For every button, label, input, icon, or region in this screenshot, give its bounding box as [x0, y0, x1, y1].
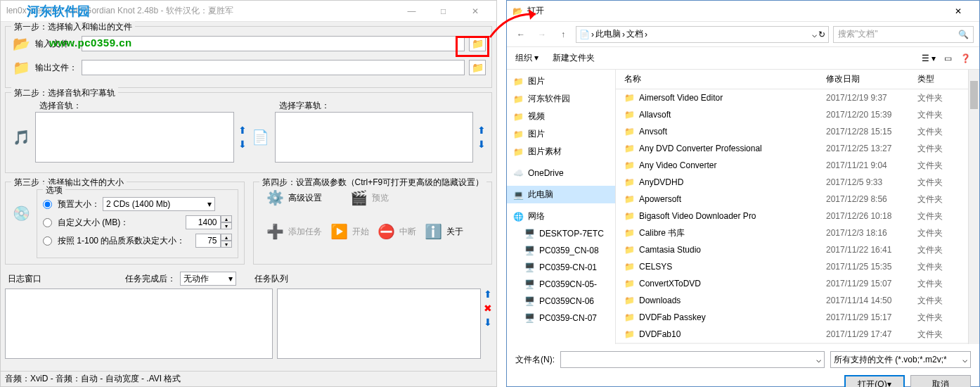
tree-item[interactable]: 🖥️PC0359_CN-08 [507, 242, 615, 259]
preview-button[interactable]: 🎬预览 [350, 189, 389, 206]
column-date[interactable]: 修改日期 [826, 73, 917, 85]
file-row[interactable]: 📁CELSYS2017/11/25 15:35文件夹 [616, 258, 968, 275]
file-row[interactable]: 📁Calibre 书库2017/12/3 18:16文件夹 [616, 224, 968, 241]
custom-size-spinner[interactable]: ▴▾ [186, 215, 232, 229]
step2-label: 第二步：选择音轨和字幕轨 [11, 87, 118, 99]
dialog-title: 打开 [527, 5, 544, 17]
file-row[interactable]: 📁Camtasia Studio2017/11/22 16:41文件夹 [616, 241, 968, 258]
tree-item[interactable]: 💻此电脑 [507, 186, 615, 203]
breadcrumb[interactable]: 📄 › 此电脑 › 文档 › ⌵ ↻ [576, 26, 829, 43]
search-input[interactable]: 搜索"文档" 🔍 [833, 26, 974, 43]
log-listbox[interactable] [5, 288, 273, 359]
output-file-label: 输出文件： [35, 62, 77, 74]
file-row[interactable]: 📁Downloads2017/11/14 14:50文件夹 [616, 292, 968, 309]
tree-item[interactable]: 🖥️DESKTOP-7ETC [507, 225, 615, 242]
add-task-button[interactable]: ➕添加任务 [266, 223, 322, 240]
custom-size-radio[interactable] [43, 218, 52, 227]
tree-item[interactable]: 🖥️PC0359CN-06 [507, 293, 615, 310]
tree-item[interactable]: 🖥️PC0359CN-05- [507, 276, 615, 293]
open-button[interactable]: 打开(O) ▾ [844, 375, 905, 387]
queue-listbox[interactable] [277, 288, 481, 359]
queue-up-button[interactable]: ⬆ [484, 288, 492, 300]
advanced-settings-button[interactable]: ⚙️高级设置 [266, 189, 322, 206]
main-window: len0x presents: Auto Gordian Knot 2.48b … [0, 0, 497, 387]
quality-radio[interactable] [43, 236, 52, 246]
step4-label: 第四步：设置高级参数（Ctrl+F9可打开更高级的隐藏设置） [259, 177, 487, 189]
filter-combo[interactable]: 所有支持的文件 (*.vob;*.m2v;*⌵ [830, 351, 971, 368]
subtitle-up-button[interactable]: ⬆ [477, 125, 486, 136]
tree-item[interactable]: ☁️OneDrive [507, 165, 615, 182]
filename-combo[interactable]: ⌵ [560, 351, 825, 368]
abort-button[interactable]: ⛔中断 [378, 223, 416, 240]
subtitle-listbox[interactable] [275, 112, 474, 163]
search-icon: 🔍 [958, 30, 969, 39]
column-type[interactable]: 类型 [917, 73, 960, 85]
preview-pane-button[interactable]: ▭ [944, 53, 952, 63]
tree-item[interactable]: 📁图片 [507, 125, 615, 143]
folder-tree[interactable]: 📁图片📁河东软件园📁视频📁图片📁图片素材☁️OneDrive💻此电脑🌐网络🖥️D… [507, 70, 616, 344]
cancel-button[interactable]: 取消 [910, 375, 971, 387]
tree-item[interactable]: 📁图片 [507, 72, 615, 90]
file-row[interactable]: 📁Any Video Converter2017/11/21 9:04文件夹 [616, 157, 968, 174]
titlebar: len0x presents: Auto Gordian Knot 2.48b … [1, 1, 496, 22]
new-folder-button[interactable]: 新建文件夹 [553, 52, 595, 64]
tree-item[interactable]: 🌐网络 [507, 208, 615, 225]
file-row[interactable]: 📁Allavsoft2017/12/20 15:39文件夹 [616, 106, 968, 123]
close-button[interactable]: ✕ [459, 1, 491, 21]
start-button[interactable]: ▶️开始 [330, 223, 369, 240]
tree-item[interactable]: 📁河东软件园 [507, 90, 615, 108]
file-row[interactable]: 📁ConvertXToDVD2017/11/29 15:07文件夹 [616, 275, 968, 292]
folder-icon: 📁 [624, 110, 635, 120]
film-icon: 🎬 [350, 189, 368, 206]
file-row[interactable]: 📁AnyDVDHD2017/12/5 9:33文件夹 [616, 174, 968, 191]
minimize-button[interactable]: — [396, 1, 427, 21]
file-row[interactable]: 📁Bigasoft Video Downloader Pro2017/12/26… [616, 208, 968, 224]
horizontal-scrollbar[interactable] [616, 343, 968, 344]
vertical-scrollbar[interactable] [968, 70, 979, 344]
file-row[interactable]: 📁Aimersoft Video Editor2017/12/19 9:37文件… [616, 89, 968, 106]
audio-up-button[interactable]: ⬆ [238, 125, 247, 136]
tree-item[interactable]: 📁视频 [507, 108, 615, 125]
nav-up-button[interactable]: ↑ [555, 26, 572, 43]
maximize-button[interactable]: □ [427, 1, 459, 21]
queue-down-button[interactable]: ⬇ [484, 317, 492, 328]
folder-icon: 📁 [512, 111, 524, 122]
refresh-button[interactable]: ↻ [818, 30, 825, 39]
file-row[interactable]: 📁DVDFab Passkey2017/11/29 15:17文件夹 [616, 309, 968, 326]
queue-delete-button[interactable]: ✖ [484, 303, 492, 314]
view-button[interactable]: ☰ ▾ [922, 53, 936, 63]
task-done-select[interactable]: 无动作▾ [180, 272, 236, 286]
breadcrumb-dropdown-icon[interactable]: ⌵ [812, 30, 817, 39]
browse-output-button[interactable]: 📁 [469, 60, 486, 75]
subtitle-down-button[interactable]: ⬇ [477, 139, 486, 150]
folder-icon: 📁 [624, 177, 635, 187]
audio-icon: 🎵 [11, 127, 31, 147]
nav-back-button[interactable]: ← [512, 26, 529, 43]
tree-item[interactable]: 🖥️PC0359-CN-07 [507, 310, 615, 326]
file-row[interactable]: 📁Apowersoft2017/12/29 8:56文件夹 [616, 191, 968, 208]
play-icon: ▶️ [330, 223, 348, 240]
file-row[interactable]: 📁Any DVD Converter Professional2017/12/2… [616, 140, 968, 157]
computer-icon: 🖥️ [524, 296, 535, 307]
audio-down-button[interactable]: ⬇ [238, 139, 247, 150]
subtitle-icon: 📄 [251, 127, 271, 147]
input-file-field[interactable] [82, 36, 465, 51]
tree-item[interactable]: 📁图片素材 [507, 143, 615, 160]
about-button[interactable]: ℹ️关于 [425, 223, 463, 240]
file-list[interactable]: 名称 修改日期 类型 📁Aimersoft Video Editor2017/1… [616, 70, 968, 344]
audio-listbox[interactable] [35, 112, 234, 163]
quality-spinner[interactable]: ▴▾ [195, 234, 232, 248]
output-file-field[interactable] [82, 60, 465, 75]
browse-input-button[interactable]: 📁 [469, 36, 486, 51]
tree-item[interactable]: 🖥️PC0359-CN-01 [507, 259, 615, 276]
folder-icon: 📁 [624, 296, 635, 305]
organize-button[interactable]: 组织 ▾ [515, 52, 539, 64]
preset-size-select[interactable]: 2 CDs (1400 Mb)▾ [103, 197, 215, 211]
dialog-close-button[interactable]: ✕ [942, 1, 974, 21]
column-name[interactable]: 名称 [624, 73, 826, 85]
preset-size-radio[interactable] [43, 200, 52, 209]
file-row[interactable]: 📁DVDFab102017/11/29 17:47文件夹 [616, 326, 968, 343]
file-row[interactable]: 📁Anvsoft2017/12/28 15:15文件夹 [616, 123, 968, 140]
help-button[interactable]: ❓ [960, 53, 971, 63]
nav-forward-button[interactable]: → [534, 26, 550, 43]
